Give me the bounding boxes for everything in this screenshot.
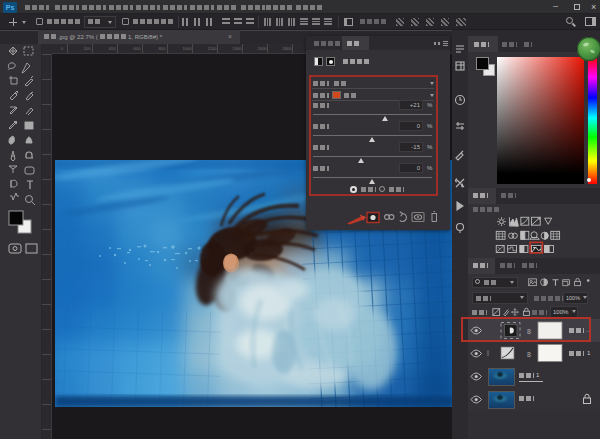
svg-text:8: 8 (527, 351, 531, 358)
